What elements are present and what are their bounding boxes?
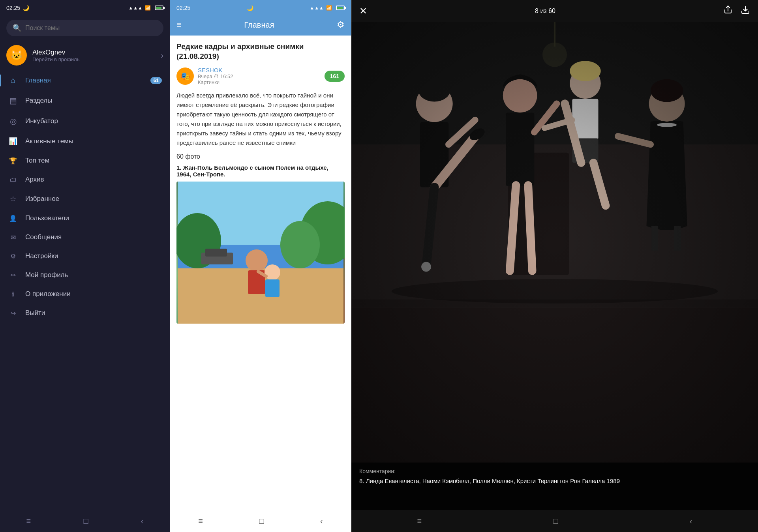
sections-icon: ▤: [8, 96, 18, 105]
svg-point-10: [265, 264, 280, 280]
author-avatar: 🎭: [176, 67, 194, 85]
sidebar-item-incubator[interactable]: ◎ Инкубатор: [0, 111, 170, 131]
trophy-icon: 🏆: [8, 157, 18, 165]
sidebar-item-label: Избранное: [25, 195, 162, 203]
article-hamburger-icon[interactable]: ≡: [198, 517, 203, 526]
article-photo-count: 60 фото: [176, 153, 345, 160]
hamburger-bottom-icon[interactable]: ≡: [26, 517, 31, 526]
moon-icon: 🌙: [23, 5, 29, 11]
photo-bottom-nav: ≡ □ ‹: [351, 510, 758, 532]
search-input[interactable]: [25, 24, 157, 32]
pencil-icon: ✏: [8, 272, 18, 279]
incubator-icon: ◎: [8, 116, 18, 126]
signal-bars-icon: ▲▲▲: [128, 5, 143, 11]
comments-label: Комментарии:: [359, 468, 750, 474]
sidebar-item-label: Мой профиль: [25, 271, 162, 279]
article-title: Редкие кадры и архивные снимки (21.08.20…: [176, 42, 345, 61]
sidebar-item-logout[interactable]: ↪ Выйти: [0, 303, 170, 322]
sidebar-item-my-profile[interactable]: ✏ Мой профиль: [0, 266, 170, 285]
article-body: Редкие кадры и архивные снимки (21.08.20…: [170, 36, 351, 510]
user-subtitle: Перейти в профиль: [32, 56, 155, 62]
photo-actions: [723, 5, 750, 17]
square-bottom-icon[interactable]: □: [83, 517, 88, 526]
article-image-svg: [176, 182, 345, 324]
article-square-icon[interactable]: □: [259, 517, 264, 526]
download-icon[interactable]: [741, 5, 750, 17]
article-header-title: Главная: [182, 21, 337, 30]
sidebar-item-active-topics[interactable]: 📊 Активные темы: [0, 131, 170, 151]
photo-caption-area: Комментарии: 8. Линда Евангелиста, Наоми…: [351, 463, 758, 510]
sidebar-item-label: Выйти: [25, 309, 162, 317]
sidebar-bottom-nav: ≡ □ ‹: [0, 510, 170, 532]
user-name: AlexOgnev: [32, 49, 155, 56]
time-display: 02:25: [6, 5, 20, 11]
sidebar-item-label: Архив: [25, 176, 162, 184]
users-icon: 👤: [8, 215, 18, 222]
article-time: 02:25: [176, 5, 190, 11]
archive-icon: 🗃: [8, 176, 18, 183]
photo-header: ✕ 8 из 60: [351, 0, 758, 22]
sidebar-item-label: Сообщения: [25, 233, 162, 241]
article-photo-caption: 1. Жан-Поль Бельмондо с сыном Полем на о…: [176, 164, 345, 178]
nav-menu: ⌂ Главная 61 ▤ Разделы ◎ Инкубатор 📊 Акт…: [0, 70, 170, 322]
svg-point-5: [280, 221, 320, 268]
sidebar-item-messages[interactable]: ✉ Сообщения: [0, 228, 170, 247]
sidebar-item-sections[interactable]: ▤ Разделы: [0, 90, 170, 111]
star-icon: ☆: [8, 195, 18, 203]
status-bar-left: 02:25 🌙: [6, 5, 29, 11]
article-back-icon[interactable]: ‹: [320, 517, 323, 526]
photo-hamburger-icon[interactable]: ≡: [417, 517, 422, 526]
sidebar-item-label: Пользователи: [25, 214, 162, 222]
share-icon[interactable]: [723, 5, 733, 17]
logout-icon: ↪: [8, 309, 18, 317]
info-icon: ℹ: [8, 290, 18, 298]
sidebar-item-favorites[interactable]: ☆ Избранное: [0, 189, 170, 209]
sidebar-status-bar: 02:25 🌙 ▲▲▲ 📶: [0, 0, 170, 16]
article-meta-time: Вчера ⏱ 16:52: [198, 73, 321, 79]
svg-point-8: [246, 249, 268, 272]
sidebar-item-archive[interactable]: 🗃 Архив: [0, 170, 170, 189]
photo-main[interactable]: [351, 22, 758, 463]
wifi-icon: 📶: [145, 5, 151, 11]
article-meta-info: SESHOK Вчера ⏱ 16:52 Картинки: [198, 67, 321, 85]
article-panel: 02:25 🌙 ▲▲▲ 📶 ≡ Главная ⚙ Редкие кадры и…: [170, 0, 351, 532]
chevron-right-icon: ›: [161, 51, 163, 60]
sidebar-item-label: Топ тем: [25, 157, 162, 165]
photo-square-icon[interactable]: □: [553, 517, 558, 526]
article-meta: 🎭 SESHOK Вчера ⏱ 16:52 Картинки 161: [176, 67, 345, 85]
search-bar[interactable]: 🔍: [6, 20, 163, 36]
photo-back-icon[interactable]: ‹: [690, 517, 692, 526]
article-battery-icon: [336, 6, 345, 10]
close-button[interactable]: ✕: [359, 6, 367, 17]
article-description: Людей всегда привлекало всё, что покрыто…: [176, 91, 345, 148]
user-profile-row[interactable]: 🐱 AlexOgnev Перейти в профиль ›: [0, 40, 170, 70]
article-status-bar: 02:25 🌙 ▲▲▲ 📶: [170, 0, 351, 16]
sidebar-item-about[interactable]: ℹ О приложении: [0, 285, 170, 303]
filter-settings-icon[interactable]: ⚙: [337, 20, 345, 30]
article-moon-icon: 🌙: [247, 5, 253, 11]
svg-rect-49: [351, 22, 758, 463]
hamburger-menu-icon[interactable]: ≡: [176, 20, 182, 30]
search-icon: 🔍: [13, 24, 21, 32]
avatar: 🐱: [6, 45, 27, 66]
sidebar-item-top[interactable]: 🏆 Топ тем: [0, 151, 170, 170]
svg-rect-7: [205, 249, 227, 257]
sidebar-item-label: Главная: [25, 77, 143, 84]
back-bottom-icon[interactable]: ‹: [141, 517, 144, 526]
sidebar-item-label: Инкубатор: [25, 117, 162, 125]
status-bar-right: ▲▲▲ 📶: [128, 5, 163, 11]
photo-caption-text: 8. Линда Евангелиста, Наоми Кэмпбелл, По…: [359, 477, 750, 485]
active-icon: 📊: [8, 137, 18, 146]
gear-icon: ⚙: [8, 253, 18, 260]
photo-counter: 8 из 60: [535, 7, 555, 15]
sidebar-item-label: Настройки: [25, 252, 162, 260]
article-main-image[interactable]: [176, 182, 345, 324]
user-info: AlexOgnev Перейти в профиль: [32, 49, 155, 62]
sidebar-panel: 02:25 🌙 ▲▲▲ 📶 🔍 🐱 AlexOgnev Перейти в пр…: [0, 0, 170, 532]
sidebar-item-users[interactable]: 👤 Пользователи: [0, 209, 170, 228]
article-signal-icon: ▲▲▲: [310, 5, 324, 11]
battery-icon: [155, 6, 163, 10]
article-reply-badge: 161: [325, 71, 345, 82]
sidebar-item-settings[interactable]: ⚙ Настройки: [0, 247, 170, 266]
sidebar-item-home[interactable]: ⌂ Главная 61: [0, 70, 170, 90]
